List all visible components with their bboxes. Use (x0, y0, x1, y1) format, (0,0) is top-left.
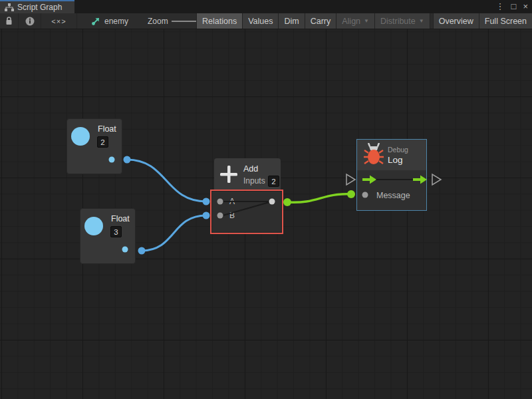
float-type-icon (71, 127, 90, 146)
graph-icon (5, 3, 14, 11)
float-value-input[interactable]: 2 (97, 136, 108, 148)
dim-toggle[interactable]: Dim (278, 13, 304, 29)
port-label-a: A (229, 197, 235, 206)
zoom-label: Zoom (148, 13, 168, 29)
chevron-down-icon: ▼ (364, 18, 369, 24)
distribute-dropdown[interactable]: Distribute ▼ (374, 13, 430, 29)
node-title: Log (388, 155, 403, 165)
fullscreen-button[interactable]: Full Screen (479, 13, 532, 29)
bug-icon (363, 143, 384, 166)
tab-title: Script Graph (17, 3, 62, 12)
add-node-header[interactable]: Add Inputs 2 (214, 158, 281, 191)
overview-button[interactable]: Overview (433, 13, 479, 29)
align-dropdown[interactable]: Align ▼ (336, 13, 374, 29)
node-title: Float (98, 124, 116, 134)
float-node-2[interactable]: Float 3 (80, 208, 136, 264)
node-title: Float (111, 214, 130, 223)
float-node-1[interactable]: Float 2 (66, 118, 122, 174)
script-graph-window: Script Graph ⋮ □ × <×> (0, 0, 532, 399)
plus-icon (220, 166, 237, 183)
close-icon[interactable]: × (523, 0, 528, 13)
chevron-down-icon: ▼ (419, 18, 424, 24)
debug-node-header: Debug Log (357, 140, 426, 170)
window-menu-icon[interactable]: ⋮ (496, 0, 505, 13)
node-category: Debug (388, 146, 408, 154)
code-view-icon: <×> (51, 17, 66, 25)
values-toggle[interactable]: Values (242, 13, 278, 29)
graph-toolbar: <×> enemy Zoom 1x Relations Values Dim C… (0, 13, 532, 29)
node-title: Add (243, 164, 258, 174)
graph-asset-icon (91, 17, 100, 26)
info-button[interactable] (19, 13, 41, 29)
float-type-icon (84, 217, 103, 235)
carry-toggle[interactable]: Carry (305, 13, 336, 29)
tab-script-graph[interactable]: Script Graph (0, 0, 74, 13)
maximize-icon[interactable]: □ (511, 0, 517, 13)
lock-icon (5, 17, 13, 25)
relations-toggle[interactable]: Relations (196, 13, 242, 29)
debug-log-node[interactable]: Debug Log Message (356, 139, 427, 211)
info-icon (25, 17, 35, 26)
node-subtitle: Inputs (243, 176, 265, 186)
port-label-b: B (229, 211, 235, 220)
code-view-button[interactable]: <×> (41, 13, 77, 29)
inputs-count-input[interactable]: 2 (268, 176, 279, 187)
port-label-message: Message (376, 191, 410, 200)
graph-asset[interactable]: enemy (91, 13, 128, 29)
add-node-ports[interactable]: A B (212, 192, 281, 232)
lock-button[interactable] (0, 13, 19, 29)
float-value-input[interactable]: 3 (110, 226, 122, 237)
graph-asset-name: enemy (104, 17, 128, 26)
title-bar: Script Graph ⋮ □ × (0, 0, 532, 13)
